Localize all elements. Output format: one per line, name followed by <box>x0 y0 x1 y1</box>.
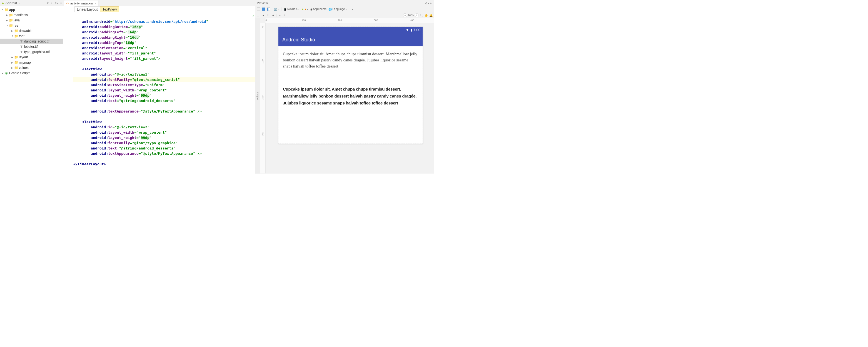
gear-icon[interactable]: ⚙▾ <box>425 1 429 5</box>
preview-header: Preview ⚙▾ ⇤ <box>255 0 434 6</box>
tree-file-dancing-script[interactable]: Tdancing_script.ttf <box>0 39 63 44</box>
sync-icon[interactable]: ⟳ <box>46 1 50 5</box>
orientation-icon[interactable]: 🔄▾ <box>273 7 280 11</box>
tree-node-values[interactable]: ▶📁values <box>0 65 63 70</box>
tab-filename: activity_main.xml <box>70 1 94 5</box>
zoom-fit-icon[interactable]: ⛶ <box>420 13 424 17</box>
expand-h-icon[interactable]: ↔ <box>278 13 281 17</box>
gear-icon[interactable]: ⚙▾ <box>55 1 58 5</box>
blueprint-icon[interactable] <box>261 7 266 11</box>
select-icon[interactable]: ▭ <box>256 13 260 17</box>
editor-gutter <box>63 12 72 174</box>
project-panel: ▲ Android▼ ⟳ ⇤ ⚙▾ ⇥ ▼📁app ▶📁manifests ▶📁… <box>0 0 63 174</box>
tree-node-font[interactable]: ▼📁font <box>0 33 63 39</box>
both-icon[interactable] <box>267 7 271 11</box>
magic-icon[interactable]: ✦ <box>272 13 275 17</box>
tree-node-app[interactable]: ▼📁app <box>0 7 63 12</box>
zoom-controls: − 67% + ⛶ ✋ 🔔 <box>403 13 433 17</box>
tree-node-mipmap[interactable]: ▶📁mipmap <box>0 60 63 65</box>
layout-variant-icon[interactable]: ▭▾ <box>348 7 354 11</box>
pan-icon[interactable]: ▾ <box>261 13 265 17</box>
android-icon: ▲ <box>1 1 5 5</box>
preview-panel: Preview ⚙▾ ⇤ 🔄▾ 📱 Nexus 4▾ ▲●▾ ◉ AppThem… <box>255 0 434 174</box>
code-area[interactable]: ✔ xmlns:android="http://schemas.android.… <box>72 12 255 174</box>
breadcrumb-textview[interactable]: TextView <box>100 6 119 12</box>
tree-node-layout[interactable]: ▶📁layout <box>0 55 63 60</box>
theme-dropdown[interactable]: ◉ AppTheme <box>310 7 327 11</box>
textview2-preview[interactable]: Cupcake ipsum dolor sit. Amet chupa chup… <box>283 86 418 107</box>
tree-node-manifests[interactable]: ▶📁manifests <box>0 12 63 18</box>
tree-file-typo-graphica[interactable]: Ttypo_graphica.otf <box>0 49 63 55</box>
expand-v-icon[interactable]: ↕ <box>283 13 286 17</box>
breadcrumb-linearlayout[interactable]: LinearLayout <box>74 6 100 12</box>
project-tree[interactable]: ▼📁app ▶📁manifests ▶📁java ▼📁res ▶📁drawabl… <box>0 6 63 174</box>
device-content: Cupcake ipsum dolor sit. Amet chupa chup… <box>278 46 423 144</box>
tree-file-lobster[interactable]: Tlobster.ttf <box>0 44 63 49</box>
preview-canvas-area: Palette 0 100 200 300 400 0 100 200 300 <box>255 18 434 174</box>
code-editor[interactable]: ✔ xmlns:android="http://schemas.android.… <box>63 12 255 174</box>
device-status-bar: ▼ ▮ 7:00 <box>278 27 423 33</box>
check-icon: ✔ <box>253 13 254 18</box>
zoom-out-button[interactable]: − <box>403 13 407 17</box>
editor-tab-bar: <> activity_main.xml × <box>63 0 255 6</box>
tree-node-java[interactable]: ▶📁java <box>0 18 63 23</box>
device-app-bar: Android Studio <box>278 33 423 46</box>
battery-icon: ▮ <box>410 28 412 32</box>
status-time: 7:00 <box>413 28 421 32</box>
device-frame[interactable]: ▼ ▮ 7:00 Android Studio Cupcake ipsum do… <box>278 27 423 144</box>
palette-strip[interactable]: Palette <box>255 18 260 174</box>
notifications-icon[interactable]: 🔔 <box>429 13 433 17</box>
device-dropdown[interactable]: 📱 Nexus 4▾ <box>283 7 300 11</box>
ruler-vertical: 0 100 200 300 <box>260 23 266 174</box>
project-toolbar: ▲ Android▼ ⟳ ⇤ ⚙▾ ⇥ <box>0 0 63 6</box>
zoom-value: 67% <box>408 13 414 17</box>
preview-config-toolbar: 🔄▾ 📱 Nexus 4▾ ▲●▾ ◉ AppTheme 🌐Language▾ … <box>255 6 434 12</box>
collapse-icon[interactable]: ⇤ <box>51 1 54 5</box>
wifi-icon: ▼ <box>406 28 409 32</box>
hide-icon[interactable]: ⇤ <box>430 1 433 5</box>
preview-title: Preview <box>257 1 268 5</box>
tree-node-res[interactable]: ▼📁res <box>0 23 63 28</box>
editor-panel: <> activity_main.xml × LinearLayout Text… <box>63 0 255 174</box>
textview1-preview[interactable]: Cupcake ipsum dolor sit. Amet chupa chup… <box>283 51 418 69</box>
api-dropdown[interactable]: ▲●▾ <box>301 7 308 11</box>
zoom-in-button[interactable]: + <box>415 13 419 17</box>
language-dropdown[interactable]: 🌐Language▾ <box>328 7 347 11</box>
tree-node-drawable[interactable]: ▶📁drawable <box>0 28 63 33</box>
app-title: Android Studio <box>282 37 315 42</box>
tree-node-gradle[interactable]: ▶◉Gradle Scripts <box>0 70 63 75</box>
preview-tools-toolbar: ▭ ▾ Σ ✦ ↔ ↕ − 67% + ⛶ ✋ 🔔 <box>255 12 434 18</box>
breadcrumb: LinearLayout TextView <box>63 6 255 12</box>
sigma-icon[interactable]: Σ <box>267 13 270 17</box>
pan-hand-icon[interactable]: ✋ <box>425 13 428 17</box>
xml-file-icon: <> <box>66 2 69 5</box>
ruler-horizontal: 0 100 200 300 400 <box>266 18 434 23</box>
hide-icon[interactable]: ⇥ <box>59 1 62 5</box>
design-surface-icon[interactable] <box>256 7 260 11</box>
editor-tab[interactable]: <> activity_main.xml × <box>64 1 99 6</box>
project-view-dropdown[interactable]: Android▼ <box>5 1 20 5</box>
close-icon[interactable]: × <box>95 2 96 5</box>
preview-canvas[interactable]: 0 100 200 300 400 0 100 200 300 ▼ ▮ 7 <box>260 18 434 174</box>
